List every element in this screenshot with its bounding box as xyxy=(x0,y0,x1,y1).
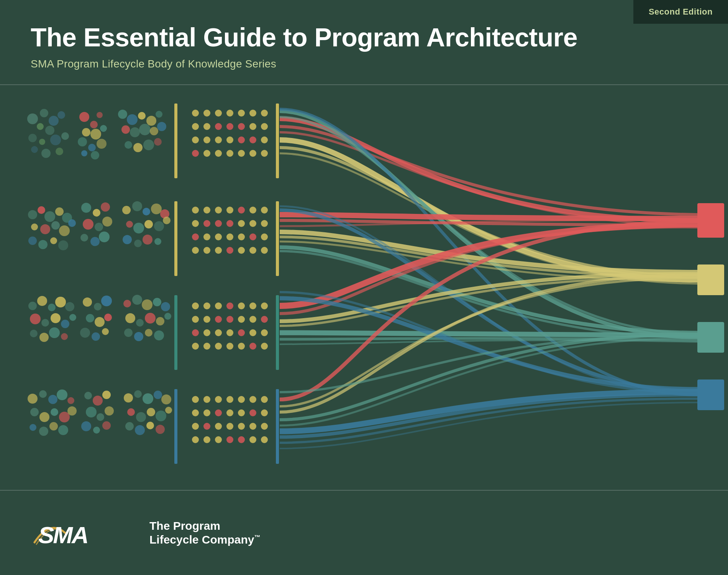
svg-point-263 xyxy=(215,436,222,443)
svg-point-90 xyxy=(99,232,110,242)
svg-point-194 xyxy=(192,343,199,350)
svg-point-209 xyxy=(51,408,58,416)
svg-point-138 xyxy=(55,297,66,307)
svg-point-165 xyxy=(145,313,156,324)
svg-point-42 xyxy=(226,110,233,117)
svg-point-53 xyxy=(192,136,199,143)
svg-point-65 xyxy=(249,150,256,157)
svg-point-113 xyxy=(192,220,199,227)
svg-point-69 xyxy=(38,206,45,214)
svg-point-216 xyxy=(84,392,92,399)
svg-point-142 xyxy=(51,313,61,323)
svg-point-91 xyxy=(122,206,131,214)
svg-point-136 xyxy=(37,296,47,306)
svg-point-71 xyxy=(55,207,64,216)
svg-point-231 xyxy=(136,412,146,422)
svg-point-83 xyxy=(93,209,100,217)
svg-point-17 xyxy=(90,129,101,140)
svg-point-55 xyxy=(215,136,222,143)
svg-point-232 xyxy=(147,408,155,416)
svg-point-166 xyxy=(156,317,164,325)
svg-point-170 xyxy=(145,329,152,337)
svg-point-85 xyxy=(83,219,93,230)
svg-point-230 xyxy=(127,408,135,416)
svg-point-197 xyxy=(226,343,233,350)
svg-point-22 xyxy=(81,150,87,156)
svg-point-156 xyxy=(92,332,100,341)
svg-point-103 xyxy=(143,235,152,245)
svg-point-163 xyxy=(125,313,135,323)
svg-point-248 xyxy=(203,409,210,416)
svg-point-208 xyxy=(39,412,49,422)
svg-point-222 xyxy=(81,421,91,431)
svg-point-37 xyxy=(154,138,162,146)
svg-point-254 xyxy=(192,423,199,430)
svg-point-34 xyxy=(125,141,132,149)
svg-point-255 xyxy=(203,423,210,430)
svg-point-133 xyxy=(261,247,268,254)
svg-point-145 xyxy=(30,330,38,337)
edition-badge: Second Edition xyxy=(633,0,728,24)
svg-point-205 xyxy=(57,389,67,400)
svg-point-104 xyxy=(154,238,161,245)
svg-point-117 xyxy=(238,220,245,227)
svg-point-30 xyxy=(130,127,140,137)
svg-point-174 xyxy=(203,302,210,309)
svg-point-36 xyxy=(143,140,154,150)
svg-point-56 xyxy=(226,136,233,143)
svg-point-0 xyxy=(27,113,38,124)
svg-point-47 xyxy=(203,123,210,130)
svg-point-253 xyxy=(261,409,268,416)
svg-point-94 xyxy=(151,204,162,214)
svg-point-28 xyxy=(156,111,162,118)
svg-point-215 xyxy=(58,425,68,435)
svg-point-190 xyxy=(226,329,233,336)
svg-point-43 xyxy=(238,110,245,117)
svg-point-86 xyxy=(95,223,103,231)
svg-point-181 xyxy=(203,316,210,323)
svg-point-8 xyxy=(50,135,61,145)
svg-point-19 xyxy=(78,137,87,146)
svg-point-244 xyxy=(238,396,245,403)
svg-point-58 xyxy=(249,136,256,143)
svg-point-51 xyxy=(249,123,256,130)
svg-point-7 xyxy=(39,139,45,145)
svg-point-202 xyxy=(28,394,38,404)
svg-point-242 xyxy=(215,396,222,403)
svg-point-176 xyxy=(226,302,233,309)
svg-point-98 xyxy=(144,220,153,228)
svg-rect-271 xyxy=(697,322,724,353)
svg-point-27 xyxy=(146,116,156,126)
svg-point-93 xyxy=(143,208,150,215)
footer-section: SMA The Program Lifecycle Company™ xyxy=(0,491,728,575)
svg-point-108 xyxy=(215,207,222,214)
edition-text: Second Edition xyxy=(649,7,713,16)
svg-point-124 xyxy=(238,233,245,240)
svg-point-131 xyxy=(238,247,245,254)
svg-point-32 xyxy=(150,127,158,135)
svg-point-80 xyxy=(50,237,57,244)
svg-point-54 xyxy=(203,136,210,143)
svg-point-220 xyxy=(97,413,104,421)
svg-point-1 xyxy=(40,109,48,117)
svg-point-125 xyxy=(249,233,256,240)
svg-point-217 xyxy=(93,396,103,406)
svg-rect-270 xyxy=(697,264,724,295)
svg-point-114 xyxy=(203,220,210,227)
svg-point-186 xyxy=(261,316,268,323)
svg-point-139 xyxy=(65,302,74,311)
svg-point-256 xyxy=(215,423,222,430)
svg-point-185 xyxy=(249,316,256,323)
svg-point-199 xyxy=(249,343,256,350)
svg-point-61 xyxy=(203,150,210,157)
svg-point-77 xyxy=(68,219,76,227)
svg-point-246 xyxy=(261,396,268,403)
svg-point-146 xyxy=(39,333,49,342)
svg-point-127 xyxy=(192,247,199,254)
header-section: The Essential Guide to Program Architect… xyxy=(0,0,728,85)
svg-point-10 xyxy=(31,146,38,153)
svg-rect-239 xyxy=(174,389,177,464)
svg-point-155 xyxy=(80,328,90,338)
svg-point-76 xyxy=(59,225,70,236)
svg-point-62 xyxy=(215,150,222,157)
